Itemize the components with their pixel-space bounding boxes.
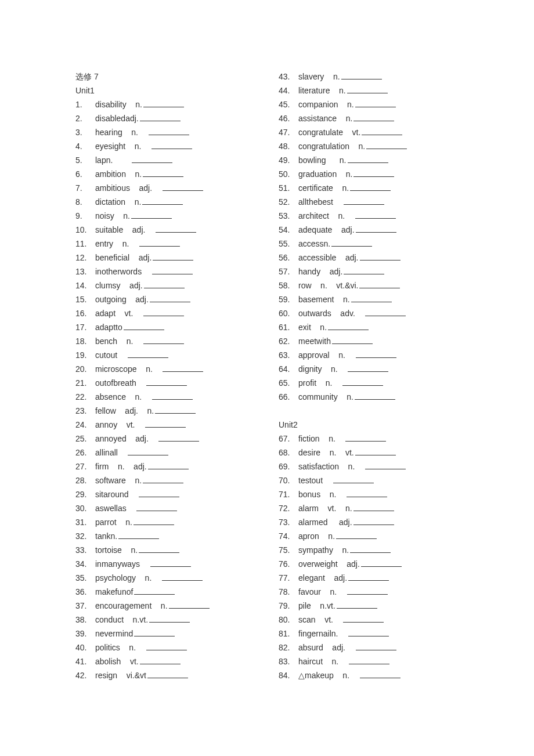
answer-blank[interactable] xyxy=(341,71,382,79)
answer-blank[interactable] xyxy=(149,127,189,135)
item-number: 3. xyxy=(75,125,95,139)
answer-blank[interactable] xyxy=(348,628,389,636)
answer-blank[interactable] xyxy=(163,183,203,191)
vocab-item: 9.noisy n. xyxy=(75,209,255,223)
answer-blank[interactable] xyxy=(149,614,190,623)
answer-blank[interactable] xyxy=(344,197,384,205)
answer-blank[interactable] xyxy=(353,517,394,525)
answer-blank[interactable] xyxy=(145,419,186,428)
answer-blank[interactable] xyxy=(132,155,172,163)
item-number: 31. xyxy=(75,515,95,529)
answer-blank[interactable] xyxy=(150,559,191,567)
answer-blank[interactable] xyxy=(348,573,389,581)
item-number: 6. xyxy=(75,167,95,181)
answer-blank[interactable] xyxy=(150,294,190,302)
item-text: bench n. xyxy=(95,334,142,348)
answer-blank[interactable] xyxy=(360,252,400,261)
answer-blank[interactable] xyxy=(156,225,196,233)
answer-blank[interactable] xyxy=(342,378,383,386)
answer-blank[interactable] xyxy=(146,642,187,650)
vocab-item: 82.absurd adj. xyxy=(279,641,459,654)
answer-blank[interactable] xyxy=(147,670,188,678)
answer-blank[interactable] xyxy=(155,406,196,414)
answer-blank[interactable] xyxy=(151,141,192,149)
answer-blank[interactable] xyxy=(148,461,189,469)
answer-blank[interactable] xyxy=(143,336,184,344)
answer-blank[interactable] xyxy=(128,350,168,358)
answer-blank[interactable] xyxy=(347,489,387,497)
answer-blank[interactable] xyxy=(134,517,174,525)
answer-blank[interactable] xyxy=(158,433,199,442)
answer-blank[interactable] xyxy=(359,280,400,288)
answer-blank[interactable] xyxy=(349,656,389,664)
answer-blank[interactable] xyxy=(351,294,392,302)
answer-blank[interactable] xyxy=(336,531,377,539)
answer-blank[interactable] xyxy=(328,322,369,330)
answer-blank[interactable] xyxy=(348,155,388,163)
answer-blank[interactable] xyxy=(128,447,168,455)
answer-blank[interactable] xyxy=(143,475,183,483)
answer-blank[interactable] xyxy=(146,378,187,386)
answer-blank[interactable] xyxy=(163,364,203,372)
answer-blank[interactable] xyxy=(134,587,175,595)
answer-blank[interactable] xyxy=(345,433,386,442)
answer-blank[interactable] xyxy=(131,211,172,219)
answer-blank[interactable] xyxy=(355,392,395,400)
answer-blank[interactable] xyxy=(366,141,407,149)
answer-blank[interactable] xyxy=(353,113,394,121)
answer-blank[interactable] xyxy=(162,573,203,581)
answer-blank[interactable] xyxy=(355,99,396,107)
answer-blank[interactable] xyxy=(136,503,177,511)
item-text: fellow adj. n. xyxy=(95,404,154,418)
answer-blank[interactable] xyxy=(350,183,391,191)
answer-blank[interactable] xyxy=(365,308,406,316)
answer-blank[interactable] xyxy=(356,350,396,358)
item-number: 32. xyxy=(75,529,95,543)
answer-blank[interactable] xyxy=(360,670,400,678)
answer-blank[interactable] xyxy=(140,113,181,121)
answer-blank[interactable] xyxy=(355,447,396,455)
answer-blank[interactable] xyxy=(124,322,164,330)
answer-blank[interactable] xyxy=(353,503,394,511)
answer-blank[interactable] xyxy=(331,238,372,247)
answer-blank[interactable] xyxy=(353,169,394,177)
answer-blank[interactable] xyxy=(143,99,184,107)
answer-blank[interactable] xyxy=(134,628,175,636)
answer-blank[interactable] xyxy=(356,225,396,233)
item-number: 28. xyxy=(75,473,95,487)
answer-blank[interactable] xyxy=(139,489,179,497)
item-number: 75. xyxy=(279,543,298,557)
answer-blank[interactable] xyxy=(337,601,377,609)
item-text: satisfaction n. xyxy=(298,460,364,473)
answer-blank[interactable] xyxy=(152,392,193,400)
item-text: microscope n. xyxy=(95,362,161,376)
answer-blank[interactable] xyxy=(362,127,402,135)
answer-blank[interactable] xyxy=(139,238,180,247)
answer-blank[interactable] xyxy=(118,531,159,539)
answer-blank[interactable] xyxy=(153,252,193,261)
vocab-item: 73.alarmed adj. xyxy=(279,515,459,529)
answer-blank[interactable] xyxy=(347,85,388,93)
answer-blank[interactable] xyxy=(169,601,210,609)
answer-blank[interactable] xyxy=(142,197,183,205)
vocab-item: 29.sitaround xyxy=(75,487,255,501)
answer-blank[interactable] xyxy=(139,545,179,553)
answer-blank[interactable] xyxy=(152,266,193,274)
answer-blank[interactable] xyxy=(143,308,184,316)
answer-blank[interactable] xyxy=(344,266,384,274)
answer-blank[interactable] xyxy=(343,614,384,623)
item-number: 71. xyxy=(279,487,298,501)
answer-blank[interactable] xyxy=(140,656,181,664)
answer-blank[interactable] xyxy=(333,475,374,483)
answer-blank[interactable] xyxy=(332,336,373,344)
answer-blank[interactable] xyxy=(143,169,183,177)
item-text: fingernailn. xyxy=(298,627,347,641)
answer-blank[interactable] xyxy=(361,559,402,567)
answer-blank[interactable] xyxy=(350,545,391,553)
answer-blank[interactable] xyxy=(348,364,388,372)
answer-blank[interactable] xyxy=(355,211,396,219)
answer-blank[interactable] xyxy=(365,461,406,469)
answer-blank[interactable] xyxy=(144,280,185,288)
answer-blank[interactable] xyxy=(347,587,388,595)
answer-blank[interactable] xyxy=(356,642,396,650)
